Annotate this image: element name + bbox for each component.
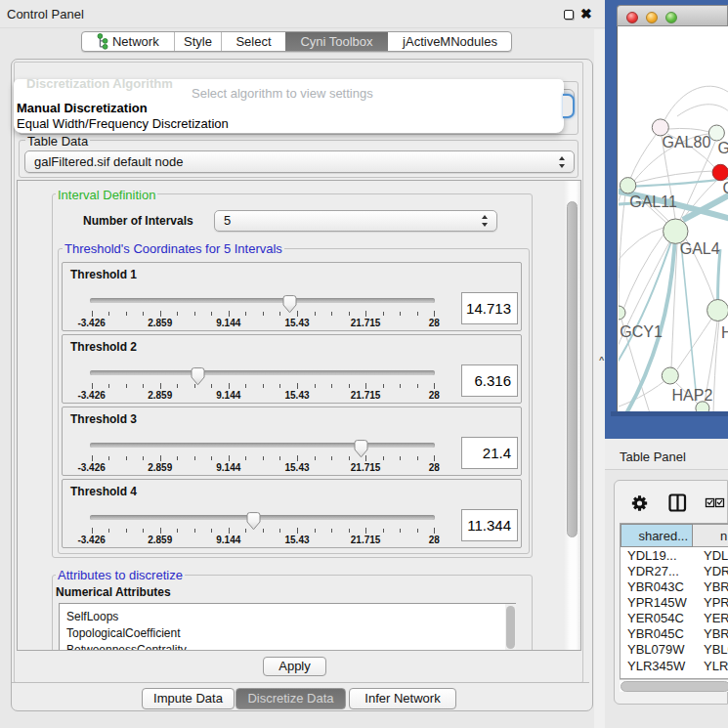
svg-text:H: H (721, 324, 728, 341)
svg-text:GCY1: GCY1 (620, 323, 663, 340)
svg-text:GAL11: GAL11 (629, 193, 677, 210)
svg-text:C: C (723, 180, 728, 196)
svg-text:GAL4: GAL4 (680, 240, 720, 257)
svg-text:GAL80: GAL80 (663, 134, 711, 150)
svg-text:HAP2: HAP2 (672, 387, 713, 404)
svg-text:GAL3: GAL3 (718, 140, 728, 156)
